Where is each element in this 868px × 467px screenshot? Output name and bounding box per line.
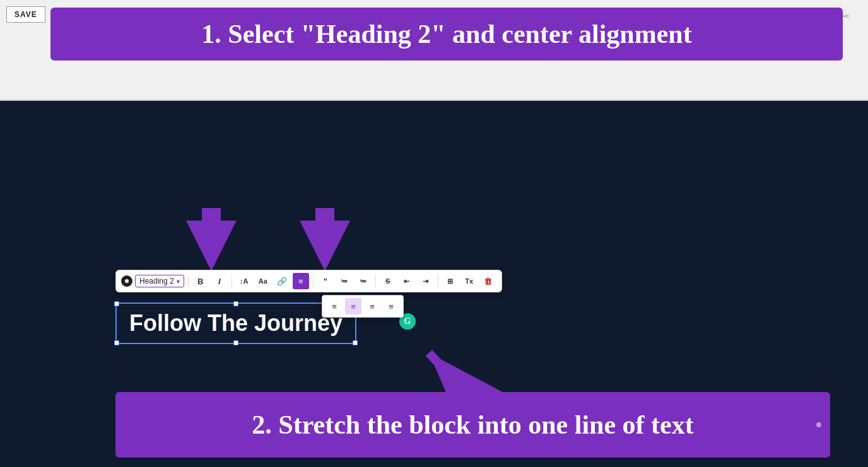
svg-marker-1 — [300, 208, 350, 271]
toolbar-divider-5 — [438, 275, 438, 287]
save-button[interactable]: SAVE — [6, 6, 45, 23]
toolbar-dot-icon — [121, 275, 132, 287]
italic-icon: I — [218, 277, 221, 286]
toolbar-divider-3 — [313, 275, 314, 287]
arrow-down-left — [183, 208, 240, 277]
italic-button[interactable]: I — [211, 273, 228, 289]
transform-button[interactable]: ↕A — [236, 273, 252, 289]
link-button[interactable]: 🔗 — [274, 273, 290, 289]
svg-marker-0 — [186, 208, 237, 271]
ordered-list-icon: ≔ — [360, 277, 367, 285]
link-icon: 🔗 — [277, 277, 287, 286]
align-justify-icon: ≡ — [389, 302, 394, 311]
ordered-list-button[interactable]: ≔ — [355, 273, 372, 289]
heading-dropdown-arrow: ▾ — [177, 278, 180, 285]
strikethrough-button[interactable]: S — [380, 273, 396, 289]
align-icon: ≡ — [298, 277, 303, 286]
resize-handle-bl[interactable] — [114, 340, 119, 345]
blockquote-button[interactable]: " — [317, 273, 334, 289]
unordered-list-button[interactable]: ≔ — [336, 273, 353, 289]
align-center-button[interactable]: ≡ — [345, 298, 361, 314]
instruction-2-text: 2. Stretch the block into one line of te… — [252, 410, 693, 439]
font-size-icon: Aa — [259, 277, 267, 285]
outdent-icon: ⇤ — [404, 277, 409, 285]
heading-select[interactable]: Heading 2 ▾ — [135, 275, 184, 287]
alignment-sub-toolbar: ≡ ≡ ≡ ≡ — [322, 295, 404, 318]
clear-formatting-button[interactable]: Tx — [461, 273, 478, 289]
toolbar-divider-2 — [232, 275, 232, 287]
align-right-button[interactable]: ≡ — [364, 298, 380, 314]
align-button[interactable]: ≡ — [293, 273, 309, 289]
clear-format-icon: Tx — [465, 277, 473, 285]
arrow-down-right — [296, 208, 353, 277]
table-icon: ⊞ — [447, 277, 453, 285]
bold-icon: B — [197, 277, 203, 286]
resize-handle-br[interactable] — [353, 340, 358, 345]
outdent-button[interactable]: ⇤ — [399, 273, 415, 289]
transform-icon: ↕A — [240, 277, 248, 285]
align-left-icon: ≡ — [332, 302, 337, 311]
resize-handle-tl[interactable] — [114, 301, 119, 306]
formatting-toolbar: Heading 2 ▾ B I ↕A Aa 🔗 ≡ — [115, 270, 502, 292]
toolbar-divider-1 — [188, 275, 189, 287]
strikethrough-icon: S — [385, 277, 390, 285]
heading-select-text: Heading 2 — [139, 277, 174, 285]
indent-icon: ⇥ — [423, 277, 428, 285]
indent-button[interactable]: ⇥ — [418, 273, 434, 289]
bold-button[interactable]: B — [192, 273, 209, 289]
font-size-button[interactable]: Aa — [255, 273, 271, 289]
delete-icon: 🗑 — [484, 277, 492, 286]
more-options-button[interactable]: ⊞ — [442, 273, 459, 289]
text-block-content: Follow The Journey — [129, 310, 343, 336]
align-left-button[interactable]: ≡ — [326, 298, 343, 314]
resize-handle-bm[interactable] — [233, 340, 238, 345]
align-right-icon: ≡ — [370, 302, 375, 311]
grammarly-g-letter: G — [404, 316, 411, 326]
text-block[interactable]: Follow The Journey — [115, 303, 356, 344]
align-center-icon: ≡ — [351, 302, 356, 311]
resize-handle-tm[interactable] — [233, 301, 238, 306]
instruction-banner-1: 1. Select "Heading 2" and center alignme… — [50, 8, 843, 61]
toolbar-divider-4 — [375, 275, 376, 287]
banner-resize-dot[interactable] — [816, 422, 821, 427]
align-justify-button[interactable]: ≡ — [383, 298, 399, 314]
top-bar: SAVE ✂ 1. Select "Heading 2" and center … — [0, 0, 868, 101]
instruction-1-text: 1. Select "Heading 2" and center alignme… — [201, 20, 691, 49]
editor-area: Heading 2 ▾ B I ↕A Aa 🔗 ≡ — [0, 101, 868, 467]
delete-button[interactable]: 🗑 — [480, 273, 496, 289]
instruction-banner-2: 2. Stretch the block into one line of te… — [115, 392, 830, 458]
unordered-list-icon: ≔ — [341, 277, 348, 285]
blockquote-icon: " — [324, 277, 327, 286]
